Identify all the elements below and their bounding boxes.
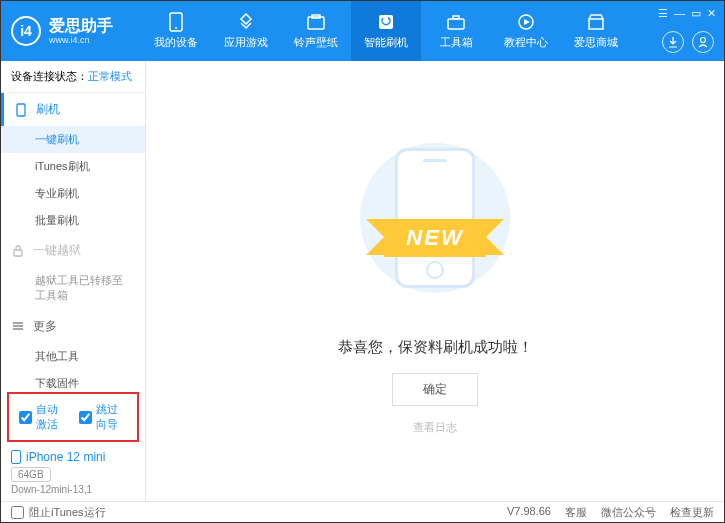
- footer-support[interactable]: 客服: [565, 505, 587, 520]
- close-icon[interactable]: ✕: [707, 7, 716, 20]
- svg-rect-5: [448, 19, 464, 29]
- nav-my-device[interactable]: 我的设备: [141, 1, 211, 61]
- main-nav: 我的设备 应用游戏 铃声壁纸 智能刷机 工具箱 教程中心 爱思商城: [141, 1, 631, 61]
- more-icon: [11, 319, 25, 333]
- svg-point-10: [701, 38, 706, 43]
- nav-toolbox[interactable]: 工具箱: [421, 1, 491, 61]
- sidebar-item-download-fw[interactable]: 下载固件: [1, 370, 145, 388]
- success-message: 恭喜您，保资料刷机成功啦！: [338, 338, 533, 357]
- logo-icon: i4: [11, 16, 41, 46]
- sidebar: 设备连接状态：正常模式 刷机 一键刷机 iTunes刷机 专业刷机 批量刷机 一…: [1, 61, 146, 501]
- nav-media[interactable]: 铃声壁纸: [281, 1, 351, 61]
- footer-update[interactable]: 检查更新: [670, 505, 714, 520]
- sidebar-item-other-tools[interactable]: 其他工具: [1, 343, 145, 370]
- success-illustration: NEW: [325, 128, 545, 308]
- svg-rect-9: [589, 19, 603, 29]
- main-content: NEW 恭喜您，保资料刷机成功啦！ 确定 查看日志: [146, 61, 724, 501]
- svg-point-1: [175, 27, 177, 29]
- options-highlight: 自动激活 跳过向导: [7, 392, 139, 442]
- tutorial-icon: [516, 12, 536, 32]
- user-button[interactable]: [692, 31, 714, 53]
- lock-icon: [11, 244, 25, 258]
- sidebar-item-pro[interactable]: 专业刷机: [1, 180, 145, 207]
- section-more[interactable]: 更多: [1, 310, 145, 343]
- connection-status: 设备连接状态：正常模式: [1, 61, 145, 93]
- app-url: www.i4.cn: [49, 35, 113, 45]
- minimize-icon[interactable]: —: [674, 7, 685, 20]
- phone-icon: [166, 12, 186, 32]
- device-info[interactable]: iPhone 12 mini 64GB Down-12mini-13,1: [1, 444, 145, 501]
- svg-rect-11: [17, 104, 25, 116]
- nav-apps[interactable]: 应用游戏: [211, 1, 281, 61]
- nav-tutorial[interactable]: 教程中心: [491, 1, 561, 61]
- view-log-link[interactable]: 查看日志: [413, 420, 457, 435]
- apps-icon: [236, 12, 256, 32]
- section-jailbreak[interactable]: 一键越狱: [1, 234, 145, 267]
- svg-rect-2: [308, 17, 324, 29]
- window-controls: ☰ — ▭ ✕: [658, 7, 716, 20]
- footer-wechat[interactable]: 微信公众号: [601, 505, 656, 520]
- storage-badge: 64GB: [11, 467, 51, 482]
- device-name: iPhone 12 mini: [11, 450, 135, 464]
- maximize-icon[interactable]: ▭: [691, 7, 701, 20]
- sidebar-item-batch[interactable]: 批量刷机: [1, 207, 145, 234]
- svg-rect-6: [453, 16, 459, 19]
- svg-rect-12: [14, 250, 22, 256]
- section-flash[interactable]: 刷机: [1, 93, 145, 126]
- menu-icon[interactable]: ☰: [658, 7, 668, 20]
- svg-marker-8: [524, 19, 530, 25]
- footer: 阻止iTunes运行 V7.98.66 客服 微信公众号 检查更新: [1, 501, 724, 523]
- toolbox-icon: [446, 12, 466, 32]
- device-model: Down-12mini-13,1: [11, 484, 135, 495]
- checkbox-skip-guide[interactable]: 跳过向导: [79, 402, 127, 432]
- version-label: V7.98.66: [507, 505, 551, 520]
- block-itunes-checkbox[interactable]: 阻止iTunes运行: [11, 505, 106, 520]
- confirm-button[interactable]: 确定: [392, 373, 478, 406]
- sidebar-item-oneclick[interactable]: 一键刷机: [1, 126, 145, 153]
- app-header: i4 爱思助手 www.i4.cn 我的设备 应用游戏 铃声壁纸 智能刷机 工具…: [1, 1, 724, 61]
- sidebar-item-itunes[interactable]: iTunes刷机: [1, 153, 145, 180]
- media-icon: [306, 12, 326, 32]
- app-name: 爱思助手: [49, 17, 113, 35]
- new-ribbon: NEW: [384, 219, 485, 257]
- download-button[interactable]: [662, 31, 684, 53]
- nav-flash[interactable]: 智能刷机: [351, 1, 421, 61]
- nav-store[interactable]: 爱思商城: [561, 1, 631, 61]
- phone-small-icon: [14, 103, 28, 117]
- flash-icon: [376, 12, 396, 32]
- logo-area: i4 爱思助手 www.i4.cn: [11, 16, 141, 46]
- jailbreak-note: 越狱工具已转移至 工具箱: [1, 267, 145, 310]
- svg-rect-4: [379, 15, 393, 29]
- header-actions: [662, 31, 714, 53]
- store-icon: [586, 12, 606, 32]
- checkbox-auto-activate[interactable]: 自动激活: [19, 402, 67, 432]
